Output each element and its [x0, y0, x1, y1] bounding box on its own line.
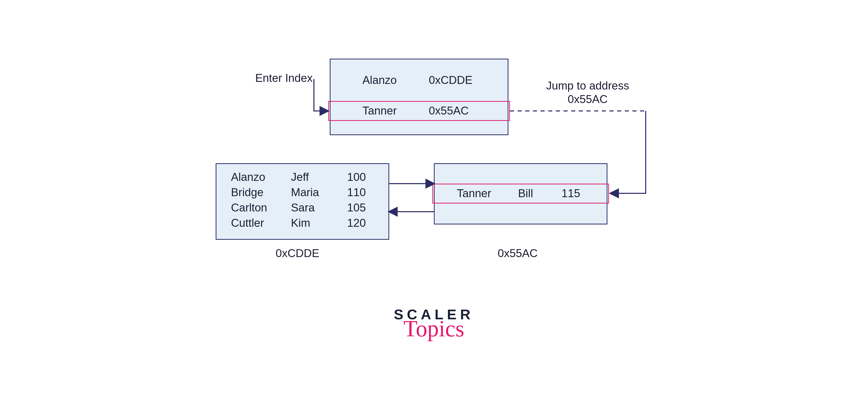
cdde-r0-c2: 100: [347, 170, 366, 184]
label-addr-cdde: 0xCDDE: [276, 247, 319, 260]
cdde-r0-c1: Jeff: [291, 170, 309, 184]
cdde-r3-c0: Cuttler: [231, 216, 264, 230]
b55-c0: Tanner: [457, 187, 491, 200]
cdde-r3-c2: 120: [347, 216, 366, 230]
label-enter-index: Enter Index: [255, 71, 313, 85]
label-jump-to: Jump to address 0x55AC: [546, 79, 629, 106]
index-box: [330, 59, 508, 135]
cdde-r1-c2: 110: [347, 186, 366, 199]
cdde-r1-c1: Maria: [291, 186, 319, 199]
label-addr-55ac: 0x55AC: [498, 247, 538, 260]
cdde-r0-c0: Alanzo: [231, 170, 266, 184]
logo-line2: Topics: [365, 316, 503, 342]
cdde-r2-c1: Sara: [291, 201, 315, 215]
index-row0-name: Alanzo: [363, 73, 397, 87]
cdde-r1-c0: Bridge: [231, 186, 264, 199]
cdde-r2-c2: 105: [347, 201, 366, 215]
diagram-canvas: Enter Index Alanzo 0xCDDE Tanner 0x55AC …: [0, 0, 868, 417]
cdde-r2-c0: Carlton: [231, 201, 267, 215]
index-row1-addr: 0x55AC: [429, 104, 469, 118]
logo: SCALER Topics: [365, 306, 503, 342]
b55-c1: Bill: [518, 187, 533, 200]
index-row1-name: Tanner: [363, 104, 397, 118]
cdde-r3-c1: Kim: [291, 216, 310, 230]
b55-c2: 115: [561, 187, 580, 200]
index-row0-addr: 0xCDDE: [429, 73, 472, 87]
index-highlight-row: [328, 101, 510, 121]
